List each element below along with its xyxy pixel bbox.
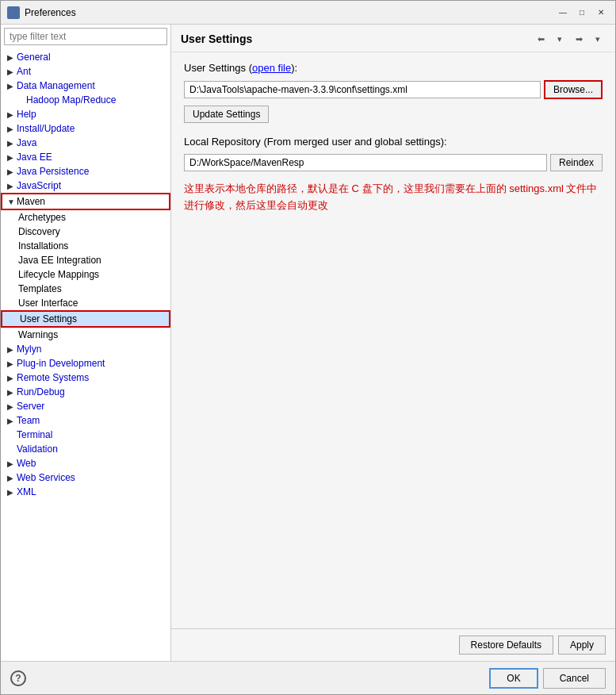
sidebar-item-archetypes[interactable]: Archetypes (1, 210, 170, 225)
restore-defaults-button[interactable]: Restore Defaults (459, 635, 553, 655)
sidebar-item-templates[interactable]: Templates (1, 282, 170, 296)
sidebar-item-label: Web (17, 458, 36, 469)
sidebar-item-remote-systems[interactable]: ▶ Remote Systems (1, 371, 170, 385)
chevron-right-icon: ▶ (7, 139, 15, 148)
local-repo-label: Local Repository (From merged user and g… (184, 136, 603, 148)
left-panel: ▶ General ▶ Ant ▶ Data Management Hadoop… (1, 25, 171, 661)
sidebar-item-javascript[interactable]: ▶ JavaScript (1, 179, 170, 193)
sidebar-item-maven[interactable]: ▼ Maven (1, 193, 170, 210)
forward-icon[interactable]: ➡ (571, 31, 587, 47)
sidebar-item-mylyn[interactable]: ▶ Mylyn (1, 342, 170, 356)
sidebar-item-label: Java (17, 137, 36, 148)
chevron-right-icon: ▶ (7, 345, 15, 354)
sidebar-item-run-debug[interactable]: ▶ Run/Debug (1, 385, 170, 399)
sidebar-item-team[interactable]: ▶ Team (1, 413, 170, 428)
sidebar-item-java-persistence[interactable]: ▶ Java Persistence (1, 164, 170, 179)
help-icon[interactable]: ? (10, 670, 26, 686)
chevron-right-icon: ▶ (7, 67, 15, 76)
sidebar-item-warnings[interactable]: Warnings (1, 328, 170, 342)
page-title: User Settings (181, 33, 252, 45)
sidebar-item-label: Data Management (17, 80, 95, 91)
browse-button[interactable]: Browse... (544, 80, 603, 99)
sidebar-item-installations[interactable]: Installations (1, 239, 170, 253)
apply-button[interactable]: Apply (558, 635, 606, 655)
sidebar-item-java-ee[interactable]: ▶ Java EE (1, 150, 170, 164)
sidebar-item-hadoop[interactable]: Hadoop Map/Reduce (1, 93, 170, 107)
sidebar-item-lifecycle-mappings[interactable]: Lifecycle Mappings (1, 267, 170, 282)
close-button[interactable]: ✕ (593, 5, 609, 21)
open-file-link[interactable]: open file (252, 62, 291, 74)
sidebar-item-java[interactable]: ▶ Java (1, 136, 170, 150)
chevron-right-icon: ▶ (7, 374, 15, 382)
local-repo-path-input[interactable] (184, 154, 547, 171)
sidebar-item-help[interactable]: ▶ Help (1, 107, 170, 121)
sidebar-item-ant[interactable]: ▶ Ant (1, 64, 170, 79)
sidebar-item-label: Web Services (17, 472, 75, 483)
title-bar: Preferences — □ ✕ (1, 1, 615, 25)
sidebar-item-user-interface[interactable]: User Interface (1, 296, 170, 310)
sidebar-item-label: Mylyn (17, 344, 41, 355)
sidebar-item-label: Discovery (18, 226, 60, 237)
sidebar-item-label: Lifecycle Mappings (18, 269, 99, 280)
sidebar-item-label: Run/Debug (17, 386, 65, 397)
sidebar-item-xml[interactable]: ▶ XML (1, 485, 170, 499)
info-text: 这里表示本地仓库的路径，默认是在 C 盘下的，这里我们需要在上面的 settin… (184, 181, 603, 214)
sidebar-item-java-ee-integration[interactable]: Java EE Integration (1, 253, 170, 267)
sidebar-item-label: Install/Update (17, 123, 75, 134)
sidebar-item-server[interactable]: ▶ Server (1, 399, 170, 413)
chevron-right-icon: ▶ (7, 474, 15, 482)
chevron-right-icon: ▶ (7, 417, 15, 425)
user-settings-path-input[interactable] (184, 81, 541, 98)
chevron-right-icon: ▶ (7, 182, 15, 190)
sidebar-item-data-management[interactable]: ▶ Data Management (1, 79, 170, 93)
sidebar-item-web-services[interactable]: ▶ Web Services (1, 470, 170, 485)
sidebar-item-plugin-development[interactable]: ▶ Plug-in Development (1, 356, 170, 371)
chevron-right-icon: ▶ (7, 53, 15, 62)
chevron-right-icon: ▶ (7, 459, 15, 468)
right-panel: User Settings ⬅ ▾ ➡ ▾ User Settings (ope… (171, 25, 615, 661)
sidebar-item-general[interactable]: ▶ General (1, 50, 170, 64)
sidebar-item-label: Terminal (17, 429, 52, 440)
sidebar-item-terminal[interactable]: Terminal (1, 428, 170, 442)
ok-button[interactable]: OK (489, 668, 538, 689)
main-content: ▶ General ▶ Ant ▶ Data Management Hadoop… (1, 25, 615, 661)
minimize-button[interactable]: — (555, 5, 571, 21)
maximize-button[interactable]: □ (574, 5, 590, 21)
sidebar-item-label: User Interface (18, 298, 78, 309)
window-controls: — □ ✕ (555, 5, 609, 21)
dropdown-icon[interactable]: ▾ (552, 31, 568, 47)
sidebar-item-label: Templates (18, 283, 62, 294)
user-settings-label: User Settings (open file): (184, 62, 603, 74)
sidebar-item-install-update[interactable]: ▶ Install/Update (1, 121, 170, 136)
cancel-button[interactable]: Cancel (543, 668, 606, 689)
sidebar-item-discovery[interactable]: Discovery (1, 225, 170, 239)
chevron-right-icon: ▶ (7, 82, 15, 90)
header-icons: ⬅ ▾ ➡ ▾ (533, 31, 606, 47)
chevron-right-icon: ▶ (7, 167, 15, 176)
sidebar-item-label: Java EE Integration (18, 255, 101, 266)
sidebar-item-label: Remote Systems (17, 372, 89, 383)
chevron-right-icon: ▶ (7, 359, 15, 368)
sidebar-item-user-settings[interactable]: User Settings (1, 310, 170, 328)
sidebar-item-label: Hadoop Map/Reduce (26, 94, 116, 106)
right-footer: Restore Defaults Apply (171, 628, 615, 661)
update-settings-button[interactable]: Update Settings (184, 106, 269, 123)
chevron-down-icon: ▼ (7, 198, 15, 206)
sidebar-item-label: Plug-in Development (17, 358, 105, 369)
right-body: User Settings (open file): Browse... Upd… (171, 52, 615, 628)
sidebar-item-label: Help (17, 109, 36, 120)
sidebar-item-label: User Settings (20, 313, 77, 324)
filter-input[interactable] (4, 28, 167, 45)
chevron-right-icon: ▶ (7, 153, 15, 162)
sidebar-item-web[interactable]: ▶ Web (1, 456, 170, 470)
sidebar-item-label: Java Persistence (17, 166, 89, 177)
sidebar-item-label: Java EE (17, 152, 52, 163)
back-icon[interactable]: ⬅ (533, 31, 549, 47)
dropdown2-icon[interactable]: ▾ (590, 31, 606, 47)
user-settings-input-row: Browse... (184, 80, 603, 99)
chevron-right-icon: ▶ (7, 110, 15, 119)
sidebar-item-label: Installations (18, 240, 68, 252)
sidebar-item-label: Warnings (18, 329, 58, 340)
reindex-button[interactable]: Reindex (550, 154, 603, 171)
sidebar-item-validation[interactable]: Validation (1, 442, 170, 456)
